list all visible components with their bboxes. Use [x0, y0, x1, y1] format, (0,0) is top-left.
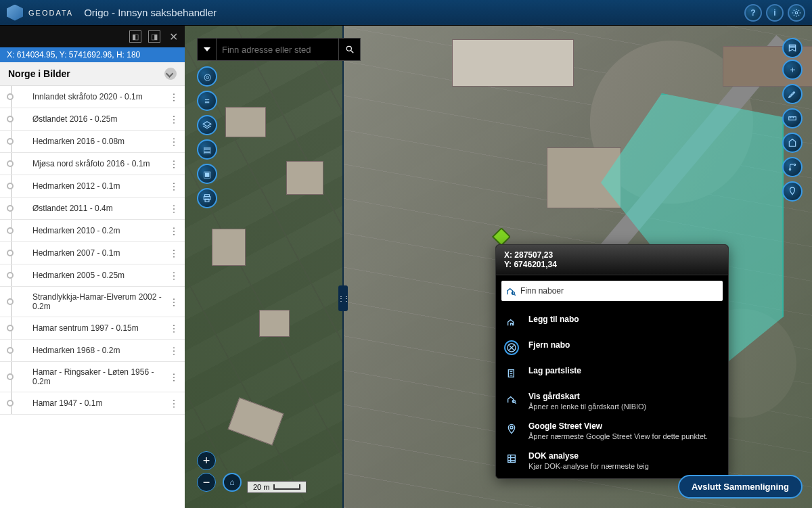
- layer-radio[interactable]: [7, 298, 14, 305]
- layer-radio[interactable]: [7, 138, 14, 145]
- context-action-list: Legg til naboFjern naboLag partslisteVis…: [496, 306, 728, 478]
- svg-line-14: [514, 294, 515, 295]
- context-action[interactable]: DOK analyseKjør DOK-analyse for nærmeste…: [496, 446, 728, 476]
- svg-marker-3: [203, 122, 211, 126]
- layer-radio[interactable]: [7, 347, 14, 354]
- close-panel-button[interactable]: ✕: [167, 30, 179, 43]
- panel-toggle-2-button[interactable]: ◨: [148, 30, 160, 43]
- context-action-icon: [504, 315, 519, 329]
- pencil-icon: [788, 89, 797, 99]
- layer-item[interactable]: Mjøsa nord skråfoto 2016 - 0.1m⋯: [0, 153, 185, 175]
- layer-radio[interactable]: [7, 116, 14, 122]
- search-filter-button[interactable]: [198, 39, 217, 60]
- layer-menu-button[interactable]: ⋯: [168, 373, 179, 382]
- help-button[interactable]: ?: [744, 4, 762, 22]
- compare-divider-handle[interactable]: [338, 285, 348, 311]
- layer-menu-button[interactable]: ⋯: [168, 324, 179, 333]
- context-search-row[interactable]: [501, 281, 723, 301]
- search-button[interactable]: [338, 39, 360, 60]
- context-action-title: Fjern nabo: [528, 340, 570, 350]
- context-action-icon: [504, 421, 519, 436]
- bookmark-button[interactable]: [782, 38, 803, 58]
- svg-line-23: [515, 402, 516, 403]
- panel-toggle-1-button[interactable]: ◧: [129, 30, 141, 43]
- search-icon: [345, 45, 355, 54]
- context-action-icon: [504, 451, 519, 466]
- print-tool[interactable]: [197, 188, 217, 208]
- layer-radio[interactable]: [7, 272, 14, 279]
- layer-label: Hedmarken 2007 - 0.1m: [32, 248, 169, 258]
- settings-button[interactable]: [788, 4, 805, 22]
- layer-item[interactable]: Hedmarken 2010 - 0.2m⋯: [0, 220, 185, 242]
- section-header[interactable]: Norge i Bilder: [0, 62, 185, 86]
- context-action[interactable]: Lag partsliste: [496, 361, 728, 386]
- layer-item[interactable]: Hedmarken 2016 - 0.08m⋯: [0, 131, 185, 153]
- map-area[interactable]: ◎ ≡ ▤ ▣ ＋: [185, 26, 812, 508]
- layer-menu-button[interactable]: ⋯: [168, 137, 179, 146]
- layer-menu-button[interactable]: ⋯: [168, 271, 179, 280]
- layer-menu-button[interactable]: ⋯: [168, 227, 179, 235]
- info-button[interactable]: i: [766, 4, 784, 22]
- layer-item[interactable]: Innlandet skråfoto 2020 - 0.1m⋯: [0, 86, 185, 108]
- layer-menu-button[interactable]: ⋯: [168, 93, 179, 101]
- context-action-title: DOK analyse: [528, 451, 649, 461]
- layer-radio[interactable]: [7, 205, 14, 212]
- layer-radio[interactable]: [7, 373, 14, 380]
- layer-item[interactable]: Østlandet 2011 - 0.4m⋯: [0, 198, 185, 220]
- layer-radio[interactable]: [7, 400, 14, 407]
- layer-label: Hedmarken 2005 - 0.25m: [32, 271, 169, 280]
- context-action[interactable]: Legg til nabo: [496, 309, 728, 335]
- layer-radio[interactable]: [7, 325, 14, 331]
- zoom-out-button[interactable]: −: [197, 473, 216, 492]
- layer-menu-button[interactable]: ⋯: [168, 115, 179, 124]
- layer-menu-button[interactable]: ⋯: [168, 182, 179, 191]
- layer-menu-button[interactable]: ⋯: [168, 204, 179, 213]
- finish-compare-button[interactable]: Avslutt Sammenligning: [678, 475, 803, 499]
- building-tool[interactable]: [782, 133, 803, 153]
- layer-radio[interactable]: [7, 250, 14, 256]
- layer-menu-button[interactable]: ⋯: [168, 399, 179, 408]
- layer-item[interactable]: Hedmarken 2007 - 0.1m⋯: [0, 242, 185, 264]
- layer-menu-button[interactable]: ⋯: [168, 346, 179, 355]
- filter-tool[interactable]: ▤: [197, 139, 217, 160]
- pin-tool[interactable]: [782, 181, 803, 202]
- context-action[interactable]: Fjern nabo: [496, 335, 728, 361]
- compare-divider[interactable]: [342, 26, 344, 508]
- layer-label: Hamar 1947 - 0.1m: [32, 398, 169, 408]
- context-action[interactable]: Google Street ViewÅpner nærmeste Google …: [496, 416, 728, 446]
- measure-tool[interactable]: [782, 108, 803, 129]
- layer-label: Hedmarken 1968 - 0.2m: [32, 346, 169, 355]
- layer-item[interactable]: Østlandet 2016 - 0.25m⋯: [0, 108, 185, 131]
- extent-tool[interactable]: ▣: [197, 164, 217, 184]
- app-header: GEODATA Origo - Innsyn saksbehandler ? i: [0, 0, 812, 26]
- layer-item[interactable]: Strandlykkja-Hamar-Elverum 2002 - 0.2m⋯: [0, 287, 185, 317]
- search-input[interactable]: [217, 39, 338, 60]
- layer-radio[interactable]: [7, 93, 14, 100]
- route-tool[interactable]: [782, 157, 803, 177]
- layer-item[interactable]: Hedmarken 1968 - 0.2m⋯: [0, 340, 185, 362]
- zoom-in-button[interactable]: +: [197, 451, 216, 470]
- home-extent-button[interactable]: ⌂: [223, 473, 242, 492]
- layer-item[interactable]: Hamar sentrum 1997 - 0.15m⋯: [0, 317, 185, 340]
- context-search-input[interactable]: [520, 286, 723, 296]
- brand-text: GEODATA: [28, 9, 73, 17]
- layer-radio[interactable]: [7, 227, 14, 234]
- layer-menu-button[interactable]: ⋯: [168, 160, 179, 168]
- add-tool[interactable]: ＋: [782, 60, 803, 80]
- layer-item[interactable]: Hedmarken 2012 - 0.1m⋯: [0, 175, 185, 198]
- identify-tool[interactable]: ◎: [197, 66, 217, 87]
- layer-item[interactable]: Hedmarken 2005 - 0.25m⋯: [0, 264, 185, 287]
- layer-radio[interactable]: [7, 160, 14, 167]
- context-panel: X: 287507,23 Y: 6746201,34 Legg til nabo…: [495, 244, 729, 479]
- layer-radio[interactable]: [7, 183, 14, 189]
- layer-menu-button[interactable]: ⋯: [168, 298, 179, 306]
- layer-item[interactable]: Hamar 1947 - 0.1m⋯: [0, 392, 185, 415]
- list-tool[interactable]: ≡: [197, 91, 217, 111]
- context-action[interactable]: Vis gårdskartÅpner en lenke til gårdskar…: [496, 386, 728, 416]
- layer-menu-button[interactable]: ⋯: [168, 249, 179, 258]
- layer-item[interactable]: Hamar - Ringsaker - Løten 1956 - 0.2m⋯: [0, 362, 185, 392]
- layers-tool[interactable]: [197, 115, 217, 135]
- draw-tool[interactable]: [782, 84, 803, 104]
- section-title: Norge i Bilder: [8, 68, 70, 79]
- layer-label: Hedmarken 2012 - 0.1m: [32, 181, 169, 191]
